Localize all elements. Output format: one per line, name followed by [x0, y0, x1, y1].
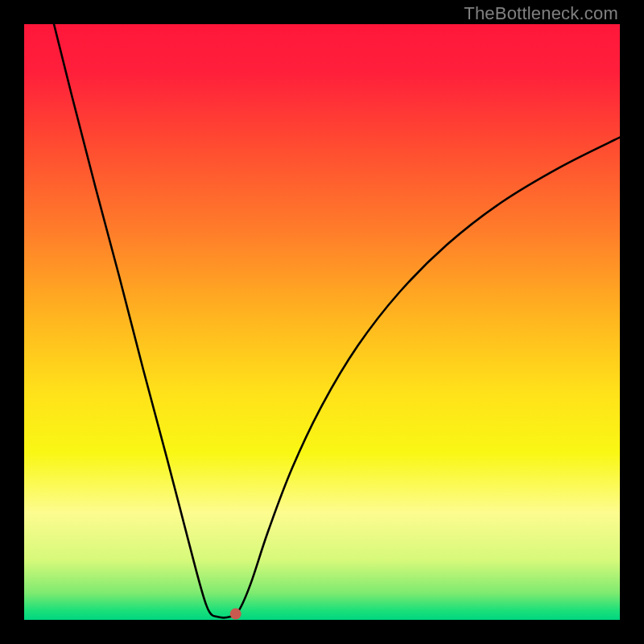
chart-frame — [24, 24, 620, 620]
watermark-text: TheBottleneck.com — [464, 3, 618, 24]
bottleneck-chart — [24, 24, 620, 620]
chart-background — [24, 24, 620, 620]
optimal-point-marker — [230, 609, 242, 620]
